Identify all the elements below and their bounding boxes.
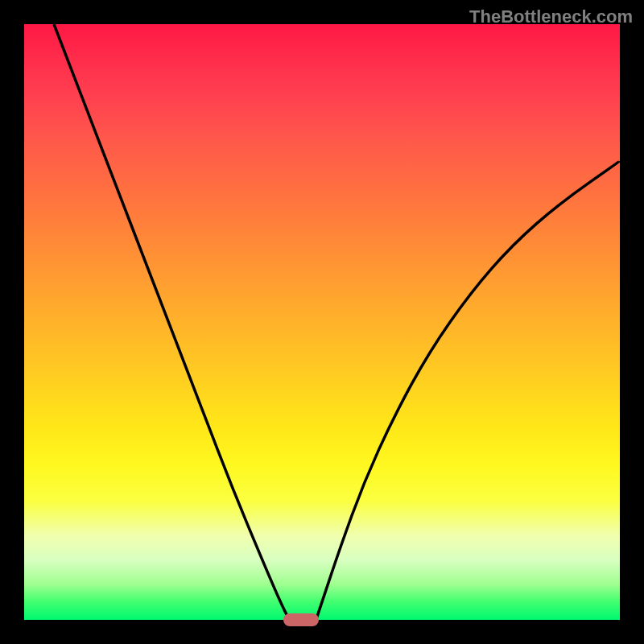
curve-svg xyxy=(24,24,620,620)
watermark-label: TheBottleneck.com xyxy=(469,6,633,27)
right-curve xyxy=(316,161,620,620)
chart-container: TheBottleneck.com xyxy=(0,0,644,644)
left-curve xyxy=(54,24,289,620)
optimal-marker xyxy=(283,613,319,626)
plot-area xyxy=(24,24,620,620)
